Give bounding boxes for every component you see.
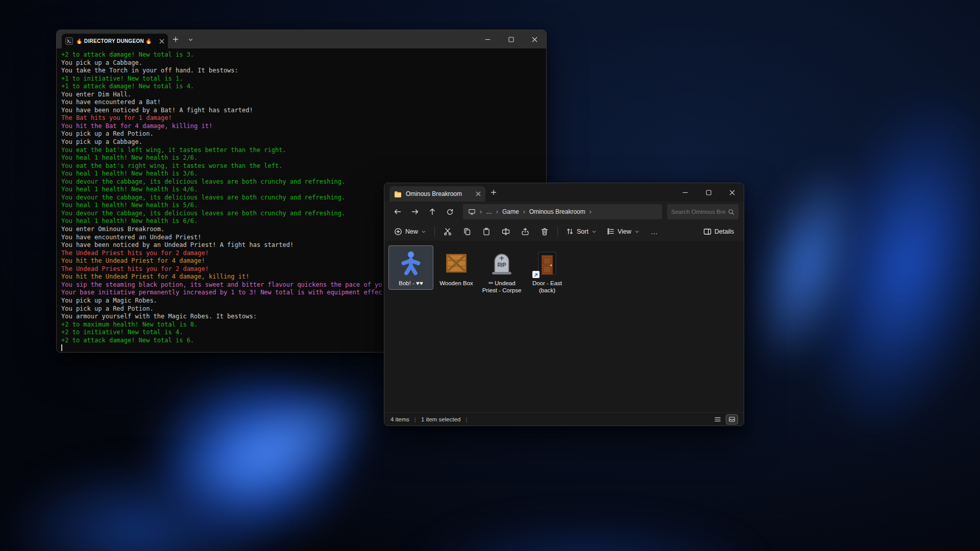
this-pc-icon xyxy=(468,208,476,215)
terminal-titlebar[interactable]: 🔥 DIRECTORY DUNGEON 🔥 xyxy=(57,30,546,48)
file-label: ⚰ Undead Priest - Corpse xyxy=(480,280,523,294)
terminal-close-button[interactable] xyxy=(523,30,546,48)
breadcrumb-segment-game[interactable]: Game xyxy=(502,208,519,215)
terminal-line: You hit the Bat for 4 damage, killing it… xyxy=(61,122,544,131)
terminal-line: The Bat hits you for 1 damage! xyxy=(61,114,544,122)
breadcrumb-chevron-icon: › xyxy=(496,208,498,215)
cut-button[interactable] xyxy=(438,224,457,239)
file-label: Bob! - ♥♥ xyxy=(399,280,423,287)
file-tile[interactable]: RIP ⚰ Undead Priest - Corpse xyxy=(479,245,524,296)
new-button-label: New xyxy=(405,228,418,235)
terminal-new-tab-button[interactable] xyxy=(168,30,183,48)
refresh-button[interactable] xyxy=(442,204,458,220)
terminal-line: You eat the bat's left wing, it tastes b… xyxy=(61,146,544,155)
folder-icon xyxy=(394,191,402,197)
file-tile[interactable]: Bob! - ♥♥ xyxy=(388,245,433,290)
file-icon-box: RIP xyxy=(487,249,516,278)
details-view-toggle[interactable] xyxy=(712,415,723,424)
share-button[interactable] xyxy=(516,224,534,239)
breadcrumb-chevron-icon: › xyxy=(480,208,482,215)
terminal-tab-close-icon[interactable] xyxy=(159,39,164,44)
file-label: Wooden Box xyxy=(439,280,473,287)
terminal-line: +2 to attack damage! New total is 3. xyxy=(61,51,544,59)
explorer-window: Ominous Breakroom xyxy=(384,183,744,426)
breadcrumb-segment-current[interactable]: Ominous Breakroom xyxy=(529,208,585,215)
file-tile[interactable]: Door - East (back) xyxy=(525,245,570,296)
person-icon xyxy=(398,250,424,277)
sort-button-label: Sort xyxy=(577,228,589,235)
see-more-button[interactable]: … xyxy=(645,224,664,239)
status-divider: | xyxy=(465,416,467,422)
terminal-maximize-button[interactable] xyxy=(499,30,523,48)
circle-plus-icon xyxy=(394,228,402,236)
file-tile[interactable]: Wooden Box xyxy=(434,245,479,290)
terminal-tab-dropdown-icon[interactable] xyxy=(183,30,198,48)
file-icon-box xyxy=(397,249,425,278)
explorer-titlebar[interactable]: Ominous Breakroom xyxy=(384,183,744,202)
terminal-line: You pick up a Red Potion. xyxy=(61,130,544,138)
explorer-new-tab-button[interactable] xyxy=(485,183,502,202)
svg-text:RIP: RIP xyxy=(498,262,506,268)
details-pane-button[interactable]: Details xyxy=(699,224,739,239)
terminal-line: You pick up a Cabbage. xyxy=(61,138,544,146)
terminal-line: You heal 1 health! New health is 3/6. xyxy=(61,170,544,178)
explorer-minimize-button[interactable] xyxy=(673,183,697,202)
explorer-tab-title: Ominous Breakroom xyxy=(406,190,472,197)
terminal-minimize-button[interactable] xyxy=(476,30,499,48)
copy-button[interactable] xyxy=(458,224,476,239)
view-layout-icon xyxy=(607,228,615,235)
details-pane-label: Details xyxy=(715,228,734,235)
explorer-tab[interactable]: Ominous Breakroom xyxy=(389,186,485,202)
terminal-line: You have encountered a Bat! xyxy=(61,98,544,107)
terminal-tab-title: 🔥 DIRECTORY DUNGEON 🔥 xyxy=(76,38,156,44)
terminal-line: You have been noticed by a Bat! A fight … xyxy=(61,107,544,115)
delete-button[interactable] xyxy=(535,224,554,239)
terminal-cursor xyxy=(61,344,62,351)
selection-count: 1 item selected xyxy=(421,416,460,422)
explorer-navigation-bar: › … › Game › Ominous Breakroom › xyxy=(384,202,744,222)
wooden-crate-icon xyxy=(443,250,470,277)
search-icon xyxy=(728,209,734,215)
terminal-line: You heal 1 health! New health is 2/6. xyxy=(61,154,544,162)
large-icons-view-toggle[interactable] xyxy=(726,415,738,424)
explorer-command-bar: New Sort View xyxy=(384,222,744,241)
paste-button[interactable] xyxy=(477,224,496,239)
search-box[interactable] xyxy=(667,204,739,219)
terminal-line: You take the Torch in your off hand. It … xyxy=(61,67,544,75)
item-count: 4 items xyxy=(390,416,409,422)
back-button[interactable] xyxy=(389,204,406,220)
status-divider: | xyxy=(414,416,416,422)
toolbar-divider xyxy=(434,227,435,237)
breadcrumb[interactable]: › … › Game › Ominous Breakroom › xyxy=(463,204,662,219)
explorer-tab-close-icon[interactable] xyxy=(476,191,481,196)
terminal-line: You eat the bat's right wing, it tastes … xyxy=(61,162,544,170)
file-grid: Bob! - ♥♥ xyxy=(384,241,744,412)
up-button[interactable] xyxy=(424,204,440,220)
tombstone-icon: RIP xyxy=(488,250,515,277)
breadcrumb-chevron-icon: › xyxy=(590,208,592,215)
chevron-down-icon xyxy=(421,229,426,234)
terminal-tab[interactable]: 🔥 DIRECTORY DUNGEON 🔥 xyxy=(62,34,168,48)
chevron-down-icon xyxy=(634,229,640,234)
terminal-line: You pick up a Cabbage. xyxy=(61,59,544,67)
breadcrumb-ellipsis[interactable]: … xyxy=(486,208,492,215)
terminal-line: You enter Dim Hall. xyxy=(61,91,544,99)
details-pane-icon xyxy=(703,228,712,236)
rename-button[interactable] xyxy=(497,224,515,239)
sort-button[interactable]: Sort xyxy=(561,224,601,239)
explorer-status-bar: 4 items | 1 item selected | xyxy=(384,412,744,425)
terminal-line: +1 to attack damage! New total is 4. xyxy=(61,83,544,91)
wallpaper-bloom-shape xyxy=(357,500,817,551)
explorer-close-button[interactable] xyxy=(720,183,744,202)
forward-button[interactable] xyxy=(407,204,423,220)
new-button[interactable]: New xyxy=(389,224,431,239)
search-input[interactable] xyxy=(671,209,726,215)
file-icon-box xyxy=(533,249,561,278)
view-button[interactable]: View xyxy=(602,224,644,239)
see-more-label: … xyxy=(651,228,658,236)
view-button-label: View xyxy=(618,228,631,235)
chevron-down-icon xyxy=(592,229,597,234)
terminal-app-icon xyxy=(65,37,73,45)
toolbar-divider xyxy=(557,227,558,237)
explorer-maximize-button[interactable] xyxy=(697,183,720,202)
